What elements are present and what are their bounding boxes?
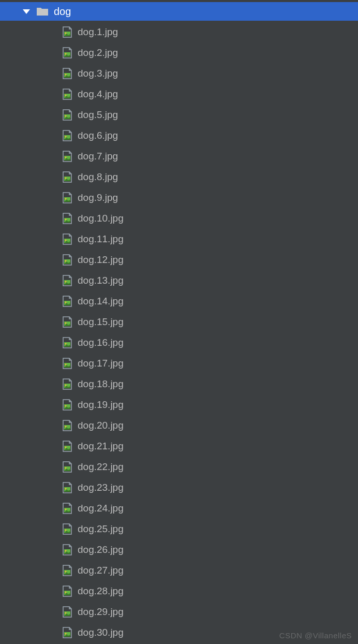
file-label: dog.10.jpg: [78, 213, 124, 224]
file-row[interactable]: dog.1.jpg: [0, 22, 358, 42]
image-file-icon: [62, 130, 72, 141]
image-file-icon: [62, 316, 72, 328]
file-row[interactable]: dog.12.jpg: [0, 250, 358, 270]
file-row[interactable]: dog.4.jpg: [0, 84, 358, 105]
file-row[interactable]: dog.28.jpg: [0, 581, 358, 602]
file-label: dog.11.jpg: [78, 233, 124, 245]
svg-point-25: [65, 281, 67, 283]
svg-point-15: [65, 178, 67, 179]
svg-point-31: [65, 343, 67, 345]
file-row[interactable]: dog.14.jpg: [0, 291, 358, 312]
file-row[interactable]: dog.17.jpg: [0, 353, 358, 374]
chevron-down-icon: [23, 9, 30, 14]
file-row[interactable]: dog.10.jpg: [0, 208, 358, 229]
folder-label: dog: [54, 6, 71, 18]
image-file-icon: [62, 482, 72, 493]
file-label: dog.23.jpg: [78, 482, 124, 493]
svg-point-39: [65, 426, 67, 428]
file-row[interactable]: dog.8.jpg: [0, 167, 358, 187]
image-file-icon: [62, 151, 72, 162]
file-row[interactable]: dog.7.jpg: [0, 146, 358, 167]
image-file-icon: [62, 109, 72, 121]
file-row[interactable]: dog.29.jpg: [0, 602, 358, 622]
image-file-icon: [62, 606, 72, 618]
image-file-icon: [62, 171, 72, 183]
svg-point-35: [65, 385, 67, 386]
file-row[interactable]: dog.9.jpg: [0, 187, 358, 208]
svg-point-17: [65, 198, 67, 200]
svg-point-43: [65, 467, 67, 469]
svg-point-21: [65, 240, 67, 241]
image-file-icon: [62, 68, 72, 79]
file-label: dog.27.jpg: [78, 565, 124, 576]
image-file-icon: [62, 503, 72, 514]
file-label: dog.4.jpg: [78, 89, 118, 100]
svg-point-41: [65, 447, 67, 448]
image-file-icon: [62, 378, 72, 390]
file-row[interactable]: dog.16.jpg: [0, 332, 358, 353]
image-file-icon: [62, 461, 72, 473]
file-row[interactable]: dog.5.jpg: [0, 105, 358, 125]
image-file-icon: [62, 523, 72, 535]
file-row[interactable]: dog.3.jpg: [0, 63, 358, 84]
file-row[interactable]: dog.18.jpg: [0, 374, 358, 394]
image-file-icon: [62, 26, 72, 38]
svg-point-47: [65, 509, 67, 510]
svg-point-33: [65, 364, 67, 365]
file-label: dog.8.jpg: [78, 171, 118, 183]
svg-point-5: [65, 74, 67, 76]
image-file-icon: [62, 420, 72, 431]
file-tree: dog dog.1.jpg dog.2.jpg dog.3.jpg dog.4.…: [0, 0, 358, 644]
file-label: dog.29.jpg: [78, 606, 124, 618]
svg-point-27: [65, 302, 67, 303]
file-row[interactable]: dog.15.jpg: [0, 312, 358, 332]
svg-point-51: [65, 550, 67, 552]
svg-point-37: [65, 405, 67, 407]
svg-point-29: [65, 323, 67, 324]
image-file-icon: [62, 358, 72, 369]
file-row[interactable]: dog.27.jpg: [0, 560, 358, 581]
file-list: dog.1.jpg dog.2.jpg dog.3.jpg dog.4.jpg …: [0, 21, 358, 643]
file-row[interactable]: dog.22.jpg: [0, 457, 358, 477]
svg-point-53: [65, 571, 67, 573]
file-label: dog.3.jpg: [78, 68, 118, 79]
file-label: dog.22.jpg: [78, 461, 124, 473]
file-label: dog.5.jpg: [78, 109, 118, 121]
file-label: dog.16.jpg: [78, 337, 124, 348]
file-label: dog.20.jpg: [78, 420, 124, 431]
file-row[interactable]: dog.19.jpg: [0, 394, 358, 415]
image-file-icon: [62, 565, 72, 576]
image-file-icon: [62, 213, 72, 224]
file-label: dog.24.jpg: [78, 503, 124, 514]
image-file-icon: [62, 627, 72, 638]
svg-point-11: [65, 136, 67, 138]
file-label: dog.25.jpg: [78, 523, 124, 535]
file-row[interactable]: dog.21.jpg: [0, 436, 358, 457]
file-label: dog.6.jpg: [78, 130, 118, 141]
svg-point-1: [65, 33, 67, 34]
file-row[interactable]: dog.26.jpg: [0, 539, 358, 560]
svg-point-3: [65, 53, 67, 55]
svg-point-19: [65, 219, 67, 221]
file-label: dog.13.jpg: [78, 275, 124, 286]
file-row[interactable]: dog.2.jpg: [0, 42, 358, 63]
file-label: dog.21.jpg: [78, 441, 124, 452]
file-label: dog.1.jpg: [78, 26, 118, 38]
file-row[interactable]: dog.6.jpg: [0, 125, 358, 146]
file-label: dog.7.jpg: [78, 151, 118, 162]
file-row[interactable]: dog.23.jpg: [0, 477, 358, 498]
file-row[interactable]: dog.11.jpg: [0, 229, 358, 250]
file-row[interactable]: dog.25.jpg: [0, 519, 358, 539]
file-row[interactable]: dog.20.jpg: [0, 415, 358, 436]
image-file-icon: [62, 337, 72, 348]
svg-point-9: [65, 115, 67, 117]
image-file-icon: [62, 544, 72, 555]
file-label: dog.14.jpg: [78, 296, 124, 307]
image-file-icon: [62, 586, 72, 597]
image-file-icon: [62, 441, 72, 452]
file-row[interactable]: dog.13.jpg: [0, 270, 358, 291]
svg-point-13: [65, 157, 67, 158]
folder-row-dog[interactable]: dog: [0, 2, 358, 21]
file-row[interactable]: dog.24.jpg: [0, 498, 358, 519]
file-label: dog.9.jpg: [78, 192, 118, 203]
